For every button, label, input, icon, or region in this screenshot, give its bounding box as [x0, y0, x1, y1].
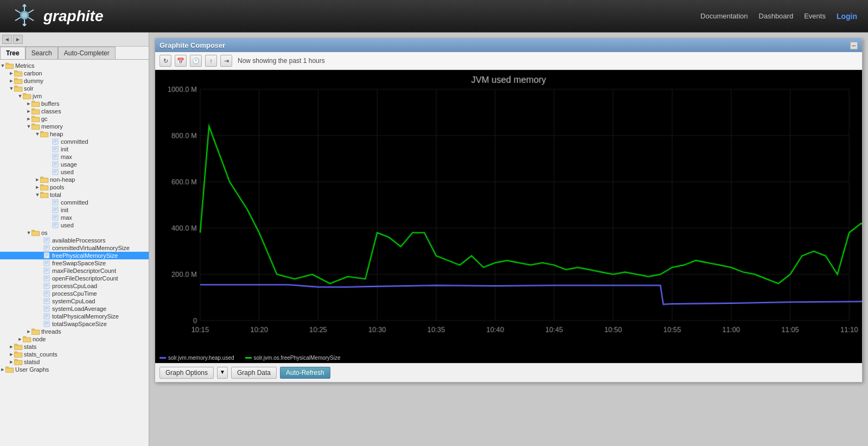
file-icon — [52, 207, 60, 213]
legend-item-free: solr.jvm.os.freePhysicalMemorySize — [245, 355, 341, 361]
tree-item-userGraphs[interactable]: ►User Graphs — [0, 366, 149, 373]
tab-search[interactable]: Search — [25, 47, 58, 59]
svg-rect-29 — [32, 103, 39, 106]
tree-item-threads[interactable]: ►threads — [0, 328, 149, 335]
tree-item-processCpuTime[interactable]: processCpuTime — [0, 290, 149, 297]
tree-label: committedVirtualMemorySize — [52, 245, 130, 251]
tab-tree[interactable]: Tree — [0, 47, 25, 59]
tree-item-statsd[interactable]: ►statsd — [0, 358, 149, 366]
tree-item-max2[interactable]: max — [0, 214, 149, 221]
tree-item-stats_counts[interactable]: ►stats_counts — [0, 351, 149, 358]
folder-icon — [14, 343, 23, 350]
svg-rect-98 — [44, 252, 49, 258]
share-btn[interactable]: ⇥ — [220, 55, 232, 67]
tree-label: solr — [24, 85, 34, 92]
tree-item-openFileDescriptorCount[interactable]: openFileDescriptorCount — [0, 275, 149, 282]
file-icon — [43, 305, 51, 312]
folder-icon — [40, 176, 49, 183]
graph-legend: solr.jvm.memory.heap.used solr.jvm.os.fr… — [155, 353, 862, 363]
tree-item-classes[interactable]: ►classes — [0, 107, 149, 115]
tree-item-pools[interactable]: ►pools — [0, 183, 149, 191]
svg-rect-63 — [40, 177, 43, 179]
file-icon — [43, 290, 51, 297]
tree-item-freePhysicalMemorySize[interactable]: freePhysicalMemorySize — [0, 252, 149, 259]
tree-item-stats[interactable]: ►stats — [0, 343, 149, 351]
tree-item-jvm[interactable]: ▼jvm — [0, 92, 149, 100]
tree-item-used[interactable]: used — [0, 168, 149, 176]
svg-rect-122 — [44, 298, 49, 304]
tree-item-gc[interactable]: ►gc — [0, 115, 149, 123]
svg-line-4 — [15, 10, 21, 13]
tree-item-usage[interactable]: usage — [0, 161, 149, 168]
tree-item-committed2[interactable]: committed — [0, 199, 149, 206]
svg-rect-139 — [31, 329, 35, 330]
tree-item-totalPhysicalMemorySize[interactable]: totalPhysicalMemorySize — [0, 313, 149, 320]
tree-item-init2[interactable]: init — [0, 206, 149, 214]
tree-item-systemCpuLoad[interactable]: systemCpuLoad — [0, 297, 149, 305]
file-icon — [52, 199, 60, 206]
file-icon — [43, 313, 51, 320]
tree-item-node[interactable]: ►node — [0, 335, 149, 343]
nav-events[interactable]: Events — [804, 12, 826, 20]
svg-rect-34 — [31, 116, 35, 118]
tree-item-buffers[interactable]: ►buffers — [0, 100, 149, 107]
tree-item-os[interactable]: ▼os — [0, 229, 149, 237]
tree-item-maxFileDescriptorCount[interactable]: maxFileDescriptorCount — [0, 267, 149, 275]
tree-item-processCpuLoad[interactable]: processCpuLoad — [0, 282, 149, 290]
tree-item-total[interactable]: ▼total — [0, 191, 149, 199]
svg-line-6 — [15, 17, 21, 21]
folder-icon — [31, 100, 40, 107]
tree-item-totalSwapSpaceSize[interactable]: totalSwapSpaceSize — [0, 320, 149, 328]
calendar-btn[interactable]: 📅 — [175, 55, 187, 67]
tree-item-committed[interactable]: committed — [0, 138, 149, 145]
file-icon — [43, 237, 51, 244]
tree-label: threads — [41, 328, 61, 335]
tree-item-freeSwapSpaceSize[interactable]: freeSwapSpaceSize — [0, 259, 149, 267]
tree-label: used — [61, 222, 74, 228]
tree-item-committedVirtualMemorySize[interactable]: committedVirtualMemorySize — [0, 244, 149, 252]
graph-data-btn[interactable]: Graph Data — [231, 367, 277, 379]
panel-expand-btn[interactable]: ► — [13, 35, 23, 44]
tree-item-systemLoadAverage[interactable]: systemLoadAverage — [0, 305, 149, 313]
tree-item-availableProcessors[interactable]: availableProcessors — [0, 237, 149, 244]
folder-icon — [31, 108, 40, 114]
tree-item-max[interactable]: max — [0, 153, 149, 161]
tree-item-solr[interactable]: ▼solr — [0, 85, 149, 92]
main-layout: ◄ ► Tree Search Auto-Completer ▼Metrics►… — [0, 33, 868, 446]
tree-label: buffers — [41, 100, 59, 107]
tree-item-memory[interactable]: ▼memory — [0, 123, 149, 130]
composer-minimize-btn[interactable]: ─ — [850, 42, 858, 49]
tree-item-used2[interactable]: used — [0, 221, 149, 229]
svg-rect-110 — [44, 275, 49, 281]
folder-icon — [31, 123, 40, 130]
upload-btn[interactable]: ↑ — [205, 55, 217, 67]
tree-item-metrics[interactable]: ▼Metrics — [0, 62, 149, 69]
svg-rect-155 — [6, 368, 13, 372]
tree-item-carbon[interactable]: ►carbon — [0, 69, 149, 77]
graph-options-arrow[interactable]: ▼ — [217, 367, 228, 379]
graph-area — [155, 70, 862, 353]
folder-icon — [14, 78, 23, 84]
file-icon — [43, 275, 51, 282]
tree-item-non-heap[interactable]: ►non-heap — [0, 176, 149, 183]
svg-rect-75 — [53, 207, 58, 213]
panel-collapse-btn[interactable]: ◄ — [2, 35, 12, 44]
tab-auto-completer[interactable]: Auto-Completer — [58, 47, 116, 59]
tree-item-dummy[interactable]: ►dummy — [0, 77, 149, 85]
svg-rect-114 — [44, 283, 49, 289]
clock-btn[interactable]: 🕐 — [190, 55, 202, 67]
graph-options-btn[interactable]: Graph Options — [159, 367, 214, 379]
nav-login[interactable]: Login — [837, 12, 857, 21]
refresh-btn[interactable]: ↻ — [159, 55, 171, 67]
file-icon — [52, 214, 60, 221]
tree-label: os — [41, 230, 48, 236]
nav-documentation[interactable]: Documentation — [700, 12, 748, 20]
tree-label: systemCpuLoad — [52, 298, 95, 304]
svg-rect-37 — [31, 124, 35, 125]
auto-refresh-btn[interactable]: Auto-Refresh — [280, 367, 330, 379]
tree-label: classes — [41, 108, 61, 114]
tree-item-heap[interactable]: ▼heap — [0, 130, 149, 138]
tree-label: stats_counts — [24, 351, 58, 358]
nav-dashboard[interactable]: Dashboard — [759, 12, 794, 20]
tree-item-init[interactable]: init — [0, 145, 149, 153]
